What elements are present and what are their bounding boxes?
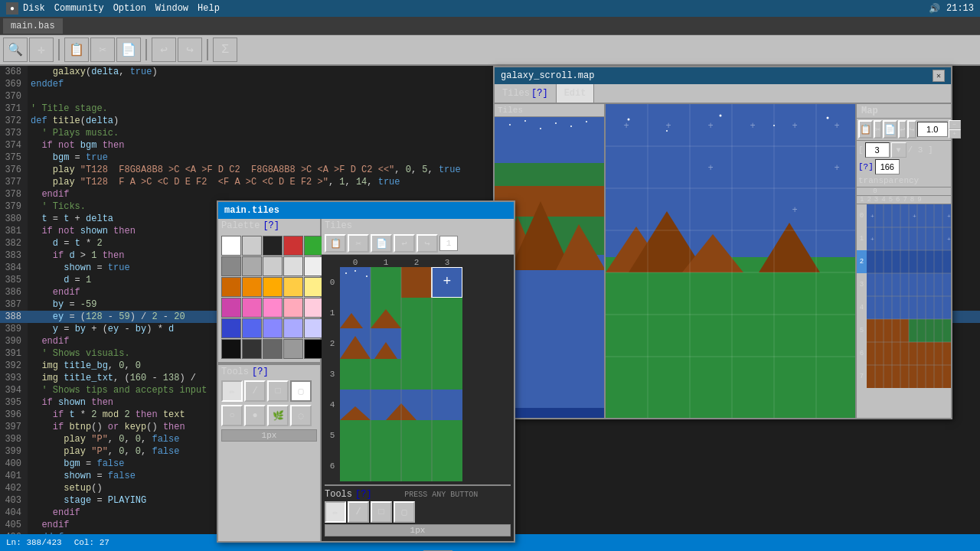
filled-ellipse-tool-button[interactable]: ● <box>244 405 266 426</box>
tiles-redo-button[interactable]: ↪ <box>416 234 438 253</box>
palette-cell-16[interactable] <box>242 298 262 318</box>
map-edit-canvas[interactable]: + + + + + + + + + <box>606 104 855 418</box>
menu-community[interactable]: Community <box>54 3 104 14</box>
tab-edit[interactable]: Edit <box>557 84 595 103</box>
new-button[interactable]: 📋 <box>64 37 89 62</box>
tiles-undo-button[interactable]: ↩ <box>394 234 415 253</box>
tiles-tools-help-icon[interactable]: [?] <box>355 489 372 500</box>
fill-tool-button[interactable]: ▢ <box>290 380 312 402</box>
menu-window[interactable]: Window <box>155 3 188 14</box>
map-canvas-svg: + + + + + + + + + <box>606 104 855 418</box>
map-paste-button[interactable]: 📄 <box>883 120 897 139</box>
palette-cell-18[interactable] <box>283 298 303 318</box>
palette-cell-26[interactable] <box>242 339 262 359</box>
svg-point-78 <box>345 272 347 274</box>
tiles-copy-button[interactable]: 📋 <box>325 234 346 253</box>
search-button[interactable]: 🔍 <box>3 37 28 62</box>
svg-point-79 <box>354 270 356 272</box>
tools-help-icon[interactable]: [?] <box>252 367 269 377</box>
palette-cell-21[interactable] <box>242 318 262 338</box>
tile-row-1: 1 <box>325 298 511 328</box>
palette-cell-15[interactable] <box>221 298 241 318</box>
palette-help-icon[interactable]: [?] <box>263 220 279 231</box>
palette-cell-1[interactable] <box>242 236 262 256</box>
palette-cell-7[interactable] <box>263 256 283 276</box>
tile-row-3-svg[interactable] <box>340 359 462 390</box>
map-transparency-label: transparency <box>858 176 919 185</box>
palette-cell-23[interactable] <box>283 318 303 338</box>
redo-button[interactable]: ↪ <box>178 37 202 62</box>
select-tool-button[interactable]: ◌ <box>290 405 312 426</box>
tiles-paste-button[interactable]: 📄 <box>371 234 392 253</box>
map-zoom-plus-button[interactable]: + <box>949 129 961 139</box>
map-cut-button[interactable]: ✂ <box>874 120 882 139</box>
tiles-canvas-area[interactable]: 0 1 2 3 0 <box>322 255 514 541</box>
rect-tool-button-2[interactable]: □ <box>371 501 392 523</box>
map-copy-button[interactable]: 📋 <box>858 120 873 139</box>
palette-cell-6[interactable] <box>242 256 262 276</box>
tile-row-6-svg[interactable] <box>340 451 462 481</box>
palette-cell-28[interactable] <box>283 339 303 359</box>
map-mini-grid: 0 1 2 3 4 5 6 7 <box>857 204 951 391</box>
map-row-1: 1 <box>857 227 867 250</box>
stamp-tool-button[interactable]: 🌿 <box>267 405 289 426</box>
menu-help[interactable]: Help <box>198 3 220 14</box>
map-redo-button[interactable]: ↪ <box>907 120 916 139</box>
palette-cell-8[interactable] <box>283 256 303 276</box>
map-transparency-input[interactable] <box>875 159 900 174</box>
map-coord-help[interactable]: [?] <box>858 162 874 171</box>
rect-tool-button[interactable]: □ <box>267 380 289 402</box>
palette-cell-3[interactable] <box>283 236 303 256</box>
palette-cell-17[interactable] <box>263 298 283 318</box>
toolbar: 🔍 ✛ 📋 ✂ 📄 ↩ ↪ Σ <box>0 35 980 66</box>
copy-button[interactable]: 📄 <box>116 37 141 62</box>
undo-button[interactable]: ↩ <box>152 37 176 62</box>
svg-text:+: + <box>913 213 916 220</box>
line-tool-button[interactable]: / <box>244 380 266 402</box>
palette-cell-12[interactable] <box>263 277 283 297</box>
cut-button[interactable]: ✂ <box>90 37 115 62</box>
px-label: 1px <box>221 429 317 442</box>
tab-tiles[interactable]: Tiles [?] <box>495 84 557 103</box>
pencil-tool-button-2[interactable]: ✏ <box>325 501 346 523</box>
map-window-close-button[interactable]: ✕ <box>933 70 945 82</box>
svg-point-5 <box>570 126 572 127</box>
map-zoom-minus-button[interactable]: − <box>949 120 961 129</box>
tile-row-2-svg[interactable] <box>340 328 462 359</box>
palette-cell-25[interactable] <box>221 339 241 359</box>
cursor-button[interactable]: ✛ <box>29 37 54 62</box>
line-tool-button-2[interactable]: / <box>348 501 369 523</box>
map-coord-slash: / 3 ] <box>908 145 933 155</box>
palette-cell-22[interactable] <box>263 318 283 338</box>
map-coord-x-input[interactable] <box>865 142 890 158</box>
tile-row-0-svg[interactable]: + <box>340 267 462 298</box>
pencil-tool-button[interactable]: ✏ <box>221 380 243 402</box>
palette-cell-11[interactable] <box>242 277 262 297</box>
menu-disk[interactable]: Disk <box>23 3 45 14</box>
fill-tool-button-2[interactable]: ▢ <box>394 501 415 523</box>
palette-cell-0[interactable] <box>221 236 241 256</box>
tiles-tools-buttons-row: ✏ / □ ▢ <box>325 501 511 523</box>
map-zoom-input[interactable]: 1.0 <box>917 122 948 137</box>
tile-row-4-svg[interactable] <box>340 390 462 420</box>
ellipse-tool-button[interactable]: ○ <box>221 405 243 426</box>
palette-cell-2[interactable] <box>263 236 283 256</box>
tiles-cut-button[interactable]: ✂ <box>348 234 369 253</box>
tile-row-5-svg[interactable] <box>340 420 462 451</box>
palette-cell-27[interactable] <box>263 339 283 359</box>
palette-cell-13[interactable] <box>283 277 303 297</box>
tools-label: Tools <box>221 367 249 377</box>
tiles-window-title-bar: main.tiles <box>218 202 514 219</box>
file-tab-main[interactable]: main.bas <box>3 18 63 34</box>
tiles-help-icon[interactable]: [?] <box>531 88 548 99</box>
svg-rect-52 <box>867 319 909 342</box>
run-button[interactable]: Σ <box>213 37 237 62</box>
tile-row-1-svg[interactable] <box>340 298 462 328</box>
map-undo-button[interactable]: ↩ <box>898 120 906 139</box>
palette-cell-20[interactable] <box>221 318 241 338</box>
menu-option[interactable]: Option <box>113 3 146 14</box>
svg-text:+: + <box>443 274 452 289</box>
palette-cell-10[interactable] <box>221 277 241 297</box>
palette-cell-5[interactable] <box>221 256 241 276</box>
map-coord-dropdown[interactable]: ▼ <box>891 142 906 158</box>
